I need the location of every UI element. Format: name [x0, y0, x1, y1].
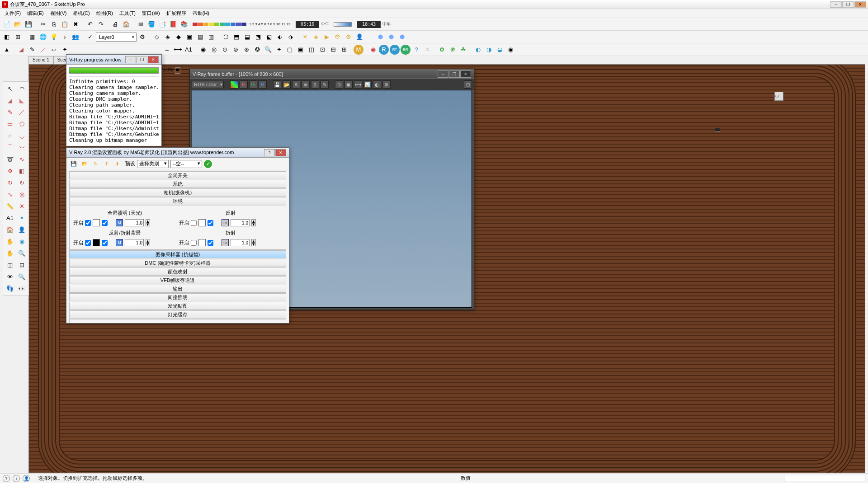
- vr3-icon[interactable]: ◒: [495, 45, 505, 55]
- copy-icon[interactable]: ⎘: [49, 19, 59, 29]
- vfb-clear-icon[interactable]: ⊗: [302, 80, 310, 89]
- layer-check-icon[interactable]: ✓: [85, 32, 95, 42]
- scene-light-1[interactable]: ◡: [774, 92, 783, 101]
- layers-icon[interactable]: ◧: [2, 32, 12, 42]
- sq3-icon[interactable]: ◫: [307, 45, 316, 55]
- menu-draw[interactable]: 绘图(R): [94, 9, 116, 18]
- text-icon[interactable]: A1: [184, 45, 193, 55]
- r-icon[interactable]: R: [379, 45, 389, 55]
- vfb-rgb-icon[interactable]: [230, 80, 238, 89]
- gi-color-swatch[interactable]: [93, 219, 100, 226]
- rollout-output[interactable]: 输出: [69, 285, 286, 293]
- sq4-icon[interactable]: ⊡: [317, 45, 327, 55]
- align-icon[interactable]: ⫠: [162, 45, 172, 55]
- vfb-title-bar[interactable]: V-Ray frame buffer - [100% of 800 x 600]…: [190, 69, 474, 79]
- minimize-button[interactable]: –: [830, 1, 842, 8]
- book-icon[interactable]: 📕: [168, 19, 178, 29]
- line-icon[interactable]: ／: [16, 107, 27, 117]
- bezier-icon[interactable]: ∿: [16, 154, 27, 164]
- pan-icon[interactable]: ✋: [5, 248, 15, 258]
- freehand-icon[interactable]: 〰: [16, 142, 27, 153]
- vfb-link-icon[interactable]: ⟷: [354, 80, 362, 89]
- position-icon[interactable]: 👣: [5, 283, 15, 294]
- rollout-dmc[interactable]: DMC (确定性蒙特卡罗)采样器: [69, 259, 286, 267]
- axes-icon[interactable]: ✦: [16, 212, 27, 223]
- circle-icon[interactable]: ○: [5, 130, 15, 141]
- zoom2-icon[interactable]: 🔍: [16, 248, 27, 258]
- bg-color-swatch[interactable]: [93, 239, 100, 246]
- eraser2-icon[interactable]: ◢: [5, 95, 15, 106]
- cut-icon[interactable]: ✂: [38, 19, 48, 29]
- bg-tex-checkbox[interactable]: [102, 240, 108, 246]
- hand-icon[interactable]: ✋: [5, 236, 15, 247]
- rotate-icon[interactable]: ↻: [5, 177, 15, 188]
- opts-reset-icon[interactable]: ↻: [91, 159, 100, 169]
- vr1-icon[interactable]: ◐: [473, 45, 483, 55]
- vr4-icon[interactable]: ◉: [505, 45, 515, 55]
- left-icon[interactable]: ⬖: [275, 32, 285, 42]
- refr-spinner[interactable]: ▴▾: [251, 239, 256, 246]
- box1-icon[interactable]: ◇: [152, 32, 162, 42]
- stack-icon[interactable]: 📚: [179, 19, 189, 29]
- sq6-icon[interactable]: ⊞: [339, 45, 349, 55]
- o-icon[interactable]: ○: [422, 45, 432, 55]
- box5-icon[interactable]: ▤: [195, 32, 205, 42]
- vfb-opt-icon[interactable]: ⚙: [382, 80, 391, 89]
- vfb-track-icon[interactable]: ⊙: [335, 80, 343, 89]
- front-icon[interactable]: ⬓: [242, 32, 252, 42]
- back-icon[interactable]: ⬕: [264, 32, 274, 42]
- iso-icon[interactable]: ⬡: [221, 32, 231, 42]
- vfb-b-button[interactable]: B: [259, 80, 267, 89]
- refl-value-input[interactable]: [231, 219, 250, 226]
- menu-tools[interactable]: 工具(T): [117, 9, 138, 18]
- progress-title-bar[interactable]: V-Ray progress window – ❐ ✕: [66, 55, 161, 65]
- vfb-open-icon[interactable]: 📂: [283, 80, 291, 89]
- delete-icon[interactable]: ✖: [71, 19, 80, 29]
- vfb-fit-icon[interactable]: ⊡: [464, 80, 472, 89]
- dim2-icon[interactable]: A1: [5, 212, 15, 223]
- rollout-lightmap[interactable]: 发光贴图: [69, 302, 286, 310]
- refl-spinner[interactable]: ▴▾: [251, 219, 256, 226]
- flag-icon[interactable]: ▶: [322, 32, 332, 42]
- grass3-icon[interactable]: ☘: [458, 45, 468, 55]
- vfb-copy-icon[interactable]: ⎘: [311, 80, 319, 89]
- menu-camera[interactable]: 相机(C): [70, 9, 92, 18]
- vfb-close-button[interactable]: ✕: [460, 70, 471, 78]
- rollout-indirect[interactable]: 间接照明: [69, 293, 286, 301]
- offset-icon[interactable]: ◎: [16, 189, 27, 200]
- eraser-icon[interactable]: ◢: [16, 45, 26, 55]
- menu-help[interactable]: 帮助(H): [190, 9, 212, 18]
- person-icon[interactable]: 👤: [354, 32, 364, 42]
- shape-icon[interactable]: ▱: [49, 45, 59, 55]
- page-icon[interactable]: 📑: [157, 19, 167, 29]
- opts-preset2-dropdown[interactable]: --空--: [170, 160, 202, 168]
- zoomext-icon[interactable]: ⊡: [16, 259, 27, 270]
- gi-tex-checkbox[interactable]: [102, 220, 108, 226]
- status-icon-3[interactable]: 👤: [23, 475, 30, 482]
- move-icon[interactable]: ✥: [5, 165, 15, 176]
- circ2-icon[interactable]: ◎: [209, 45, 219, 55]
- opts-apply-button[interactable]: ✓: [204, 160, 212, 168]
- menu-window[interactable]: 窗口(W): [139, 9, 163, 18]
- walk-icon[interactable]: 👤: [16, 224, 27, 235]
- opts-open-icon[interactable]: 📂: [80, 159, 89, 169]
- zoomwin-icon[interactable]: ◫: [5, 259, 15, 270]
- scene-object-1[interactable]: [715, 128, 720, 131]
- progress-min-button[interactable]: –: [125, 56, 136, 63]
- circ4-icon[interactable]: ⊚: [231, 45, 241, 55]
- followme-icon[interactable]: ↻: [16, 177, 27, 188]
- layer-opts-icon[interactable]: ⚙: [137, 32, 147, 42]
- refl-map-button[interactable]: m: [222, 219, 229, 226]
- opts-preset-dropdown[interactable]: 选择类别: [137, 160, 169, 168]
- m-icon[interactable]: M: [354, 45, 363, 55]
- refr-on-checkbox[interactable]: [191, 240, 197, 246]
- dimension-icon[interactable]: ⟷: [173, 45, 183, 55]
- menu-edit[interactable]: 编辑(E): [24, 9, 47, 18]
- vfb-collapse-icon[interactable]: ⌄: [468, 303, 472, 309]
- section-icon[interactable]: 🏠: [5, 224, 15, 235]
- circ3-icon[interactable]: ⊙: [220, 45, 230, 55]
- save-icon[interactable]: 💾: [24, 19, 33, 29]
- status-icon-2[interactable]: i: [13, 475, 20, 482]
- q-icon[interactable]: ?: [411, 45, 421, 55]
- progress-close-button[interactable]: ✕: [148, 56, 159, 63]
